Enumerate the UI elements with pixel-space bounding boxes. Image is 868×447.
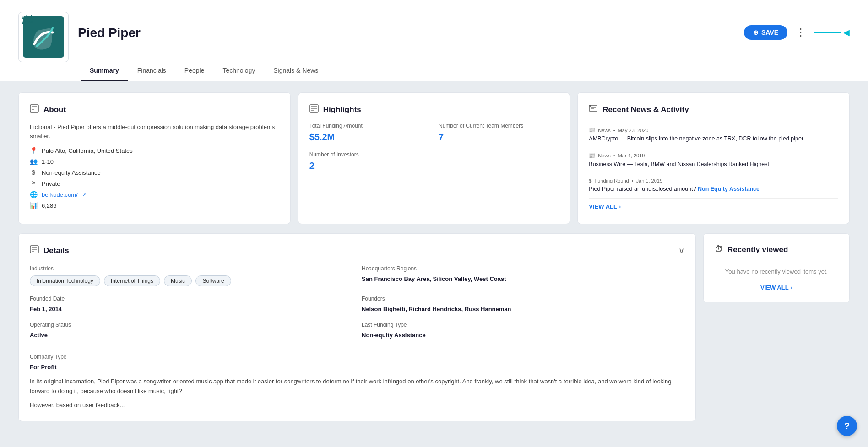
logo-svg: [27, 21, 60, 53]
svg-rect-1: [30, 105, 38, 112]
tab-technology[interactable]: Technology: [213, 61, 264, 81]
save-button[interactable]: ⊕ SAVE: [744, 25, 787, 40]
location-icon: 📍: [30, 147, 37, 154]
news-item-2: 📰 News • Mar 4, 2019 Business Wire — Tes…: [589, 148, 838, 174]
details-description-cont: However, based on user feedback...: [30, 401, 684, 410]
funding-icon: $: [589, 178, 591, 183]
details-title: Details: [30, 245, 69, 256]
last-funding-section: Last Funding Type Non-equity Assistance: [362, 322, 684, 339]
arrow-indicator: ◀: [814, 27, 850, 38]
company-logo: piedpiper: [18, 12, 69, 62]
tab-financials[interactable]: Financials: [128, 61, 175, 81]
company-title: Pied Piper: [78, 26, 735, 40]
investors-item: Number of Investors 2: [309, 151, 429, 171]
news-icon-2: 📰: [589, 153, 595, 159]
more-options-button[interactable]: ⋮: [792, 25, 809, 40]
clock-icon: ⏱: [715, 245, 723, 254]
about-icon: [30, 104, 39, 115]
chevron-right-icon: ›: [619, 203, 621, 210]
total-funding-item: Total Funding Amount $5.2M: [309, 123, 429, 142]
header-top: piedpiper Pied Piper ⊕ SAVE ⋮ ◀: [0, 0, 868, 58]
highlights-card-title: Highlights: [309, 104, 559, 115]
view-all-news-link[interactable]: VIEW ALL ›: [589, 203, 838, 210]
founders-section: Founders Nelson Bighetti, Richard Hendri…: [362, 296, 684, 312]
people-icon: 👥: [30, 158, 37, 165]
recently-viewed-title: ⏱ Recently viewed: [715, 245, 838, 254]
details-grid: Industries Information Technology Intern…: [30, 265, 684, 339]
highlights-icon: [309, 104, 319, 115]
tag-music[interactable]: Music: [164, 275, 192, 286]
view-all-recently-viewed-link[interactable]: VIEW ALL ›: [715, 284, 838, 291]
header-actions: ⊕ SAVE ⋮ ◀: [744, 25, 850, 40]
chevron-right-icon-rv: ›: [791, 284, 792, 291]
bar-chart-icon: 📊: [30, 202, 37, 209]
flag-icon: 🏳: [30, 180, 37, 187]
recent-news-title: Recent News & Activity: [589, 104, 838, 115]
industries-section: Industries Information Technology Intern…: [30, 265, 353, 286]
headquarters-section: Headquarters Regions San Francisco Bay A…: [362, 265, 684, 286]
operating-status-section: Operating Status Active: [30, 322, 353, 339]
current-team-item: Number of Current Team Members 7: [439, 123, 559, 142]
details-header: Details ∨: [30, 245, 684, 256]
news-meta-2: 📰 News • Mar 4, 2019: [589, 153, 838, 159]
tag-it[interactable]: Information Technology: [30, 275, 100, 286]
recent-news-card: Recent News & Activity 📰 News • May 23, …: [577, 92, 850, 224]
industries-tags: Information Technology Internet of Thing…: [30, 275, 353, 286]
details-description: In its original incarnation, Pied Piper …: [30, 377, 684, 396]
news-meta-1: 📰 News • May 23, 2020: [589, 127, 838, 133]
tab-people[interactable]: People: [175, 61, 214, 81]
tab-summary[interactable]: Summary: [81, 61, 128, 81]
news-icon: [589, 104, 598, 115]
company-type-section: Company Type For Profit In its original …: [30, 346, 684, 410]
news-icon-1: 📰: [589, 127, 595, 133]
about-description: Fictional - Pied Piper offers a middle-o…: [30, 123, 279, 140]
company-name-area: Pied Piper: [78, 25, 735, 40]
tag-iot[interactable]: Internet of Things: [104, 275, 160, 286]
dollar-icon: $: [30, 169, 37, 176]
header-bar: piedpiper Pied Piper ⊕ SAVE ⋮ ◀ Summary …: [0, 0, 868, 81]
top-cards-row: About Fictional - Pied Piper offers a mi…: [18, 92, 850, 224]
tag-software[interactable]: Software: [195, 275, 231, 286]
about-website[interactable]: 🌐 berkode.com/ ↗: [30, 191, 279, 198]
news-item-1: 📰 News • May 23, 2020 AMBCrypto — Bitcoi…: [589, 123, 838, 148]
about-funding-type: $ Non-equity Assistance: [30, 169, 279, 176]
logo-wordmark: piedpiper: [22, 15, 34, 24]
details-collapse-icon[interactable]: ∨: [678, 246, 684, 256]
highlights-card: Highlights Total Funding Amount $5.2M Nu…: [298, 92, 570, 224]
arrow-line: [814, 32, 841, 33]
external-link-icon: ↗: [82, 192, 87, 198]
globe-icon: 🌐: [30, 191, 37, 198]
about-status: 🏳 Private: [30, 180, 279, 187]
about-card: About Fictional - Pied Piper offers a mi…: [18, 92, 291, 224]
details-icon: [30, 245, 39, 256]
save-plus-icon: ⊕: [753, 29, 759, 36]
svg-point-11: [589, 105, 591, 107]
main-content: About Fictional - Pied Piper offers a mi…: [0, 81, 868, 432]
about-employee-count: 📊 6,286: [30, 202, 279, 209]
news-body-2: Business Wire — Tesla, BMW and Nissan De…: [589, 161, 838, 169]
bottom-row: Details ∨ Industries Information Technol…: [18, 233, 850, 421]
news-body-3: Pied Piper raised an undisclosed amount …: [589, 185, 838, 194]
about-employees: 👥 1-10: [30, 158, 279, 165]
help-button[interactable]: ?: [837, 416, 857, 436]
recently-viewed-empty: You have no recently viewed items yet.: [715, 268, 838, 275]
news-item-3: $ Funding Round • Jan 1, 2019 Pied Piper…: [589, 173, 838, 199]
save-label: SAVE: [761, 29, 778, 36]
recently-viewed-card: ⏱ Recently viewed You have no recently v…: [703, 233, 850, 302]
about-card-title: About: [30, 104, 279, 115]
founded-section: Founded Date Feb 1, 2014: [30, 296, 353, 312]
about-location: 📍 Palo Alto, California, United States: [30, 147, 279, 154]
tab-signals-news[interactable]: Signals & News: [264, 61, 327, 81]
news-body-1: AMBCrypto — Bitcoin slips into the negat…: [589, 135, 838, 143]
highlights-grid: Total Funding Amount $5.2M Number of Cur…: [309, 123, 559, 171]
news-meta-3: $ Funding Round • Jan 1, 2019: [589, 178, 838, 183]
arrow-left-icon: ◀: [843, 27, 850, 38]
details-card: Details ∨ Industries Information Technol…: [18, 233, 696, 421]
nav-tabs: Summary Financials People Technology Sig…: [0, 61, 868, 81]
